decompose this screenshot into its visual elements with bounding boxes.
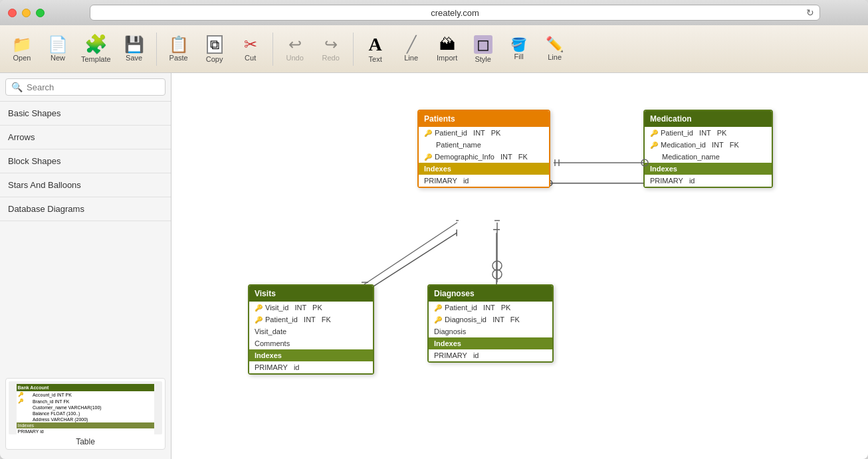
fk-icon: 🔑 (650, 141, 658, 149)
cut-label: Cut (245, 54, 256, 62)
sidebar-item-arrows[interactable]: Arrows (0, 126, 171, 149)
template-icon: 🧩 (84, 35, 108, 54)
text-icon: A (369, 35, 382, 54)
canvas[interactable]: Patients 🔑 Patient_id INT PK Patient_nam… (171, 73, 868, 459)
table-header-visits: Visits (249, 286, 373, 302)
sidebar-item-block-shapes[interactable]: Block Shapes (0, 149, 171, 173)
table-row: Medication_name (645, 151, 772, 163)
cut-button[interactable]: ✂ Cut (234, 29, 267, 69)
key-icon: 🔑 (424, 130, 432, 137)
save-icon: 💾 (124, 37, 144, 52)
import-label: Import (437, 54, 457, 62)
copy-label: Copy (206, 55, 223, 63)
redo-label: Redo (322, 54, 339, 62)
key-icon: 🔑 (434, 304, 442, 312)
template-button[interactable]: 🧩 Template (77, 29, 115, 69)
index-row: PRIMARY id (419, 175, 549, 187)
undo-button[interactable]: ↩ Undo (278, 29, 312, 69)
undo-label: Undo (286, 54, 303, 62)
sidebar-item-database-diagrams[interactable]: Database Diagrams (0, 197, 171, 221)
style-label: Style (475, 55, 490, 63)
save-label: Save (126, 54, 142, 62)
fk-icon: 🔑 (255, 316, 263, 323)
save-button[interactable]: 💾 Save (118, 29, 151, 69)
main-content: 🔍 Basic Shapes Arrows Block Shapes Stars… (0, 73, 868, 459)
style-icon: ◻ (474, 35, 492, 54)
fk-icon: 🔑 (424, 153, 432, 161)
separator-2 (272, 33, 273, 66)
paste-button[interactable]: 📋 Paste (162, 29, 195, 69)
line-icon: ╱ (407, 37, 416, 52)
table-row: Patient_name (419, 139, 549, 151)
maximize-button[interactable] (36, 9, 45, 17)
table-row: 🔑 Patient_id INT PK (419, 127, 549, 139)
line-label: Line (404, 54, 418, 62)
search-icon: 🔍 (11, 82, 23, 92)
table-medication[interactable]: Medication 🔑 Patient_id INT PK 🔑 Medicat… (643, 110, 773, 188)
template-label: Template (81, 55, 111, 63)
paste-label: Paste (169, 54, 188, 62)
reload-icon[interactable]: ↻ (806, 7, 814, 18)
line-tool-icon: ✏️ (546, 37, 564, 52)
index-header: Indexes (645, 163, 772, 175)
style-button[interactable]: ◻ Style (467, 29, 500, 69)
sidebar: 🔍 Basic Shapes Arrows Block Shapes Stars… (0, 73, 171, 459)
copy-button[interactable]: ⧉ Copy (198, 29, 231, 69)
fill-label: Fill (514, 52, 524, 60)
app-window: creately.com ↻ 📁 Open 📄 New 🧩 Template 💾… (0, 0, 868, 459)
table-header-medication: Medication (645, 111, 772, 127)
index-header: Indexes (419, 163, 549, 175)
address-bar[interactable]: creately.com ↻ (90, 5, 820, 21)
new-button[interactable]: 📄 New (41, 29, 74, 69)
separator-1 (156, 33, 157, 66)
line-tool-label: Line (548, 53, 562, 61)
cut-icon: ✂ (244, 37, 257, 52)
new-label: New (51, 54, 65, 62)
key-icon: 🔑 (650, 130, 658, 137)
shape-preview-label: Table (9, 434, 162, 446)
open-label: Open (13, 54, 31, 62)
sidebar-item-basic-shapes[interactable]: Basic Shapes (0, 102, 171, 126)
minimize-button[interactable] (22, 9, 31, 17)
import-icon: 🏔 (439, 37, 455, 52)
svg-point-21 (492, 270, 502, 279)
table-row: 🔑 Visit_id INT PK (249, 302, 373, 314)
search-input-wrap[interactable]: 🔍 (5, 78, 165, 96)
line-tool-button[interactable]: ✏️ Line (538, 29, 572, 69)
shape-preview-panel: Bank Account 🔑Account_id INT PK 🔑Branch_… (0, 373, 171, 459)
svg-point-20 (492, 261, 502, 270)
title-bar: creately.com ↻ (0, 0, 868, 25)
sidebar-item-label: Block Shapes (8, 156, 61, 166)
table-patients[interactable]: Patients 🔑 Patient_id INT PK Patient_nam… (417, 110, 550, 188)
table-header-patients: Patients (419, 111, 549, 127)
open-button[interactable]: 📁 Open (5, 29, 39, 69)
table-row: 🔑 Patient_id INT PK (429, 302, 552, 314)
index-header: Indexes (429, 337, 552, 349)
table-row: 🔑 Patient_id INT PK (645, 127, 772, 139)
table-row: 🔑 Demographic_Info INT FK (419, 151, 549, 163)
close-button[interactable] (8, 9, 17, 17)
sidebar-item-stars-balloons[interactable]: Stars And Balloons (0, 173, 171, 197)
table-diagnoses[interactable]: Diagnoses 🔑 Patient_id INT PK 🔑 Diagnosi… (427, 284, 554, 363)
plain-row: Diagnosis (429, 325, 552, 337)
search-input[interactable] (27, 82, 160, 92)
import-button[interactable]: 🏔 Import (431, 29, 464, 69)
redo-icon: ↪ (324, 37, 338, 52)
sidebar-item-label: Stars And Balloons (8, 180, 81, 190)
plain-row: Visit_date (249, 325, 373, 337)
fill-button[interactable]: 🪣 Fill (502, 29, 536, 69)
key-icon: 🔑 (255, 304, 263, 312)
new-icon: 📄 (48, 37, 68, 52)
plain-row: Comments (249, 337, 373, 349)
table-row: 🔑 Medication_id INT FK (645, 139, 772, 151)
line-button[interactable]: ╱ Line (395, 29, 428, 69)
index-row: PRIMARY id (645, 175, 772, 187)
table-visits[interactable]: Visits 🔑 Visit_id INT PK 🔑 Patient_id IN… (248, 284, 374, 375)
fill-icon: 🪣 (510, 38, 527, 51)
search-box: 🔍 (0, 73, 171, 102)
index-row: PRIMARY id (249, 361, 373, 373)
redo-button[interactable]: ↪ Redo (314, 29, 348, 69)
text-button[interactable]: A Text (359, 29, 392, 69)
separator-3 (353, 33, 354, 66)
open-icon: 📁 (12, 37, 32, 52)
